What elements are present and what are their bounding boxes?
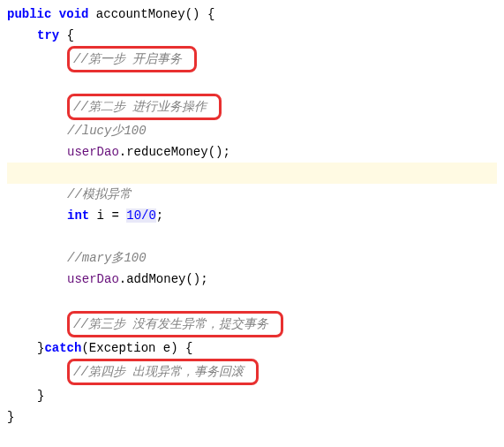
dot: . xyxy=(119,145,126,159)
code-line-int: int i = 10/0; xyxy=(7,205,497,226)
code-line-close2: } xyxy=(7,406,497,428)
parens: () xyxy=(185,7,200,21)
kw-int: int xyxy=(67,208,89,223)
code-line-comment7: //第四步 出现异常，事务回滚 xyxy=(7,359,497,385)
brace-close: } xyxy=(7,410,14,424)
code-line-comment3: //lucy少100 xyxy=(7,120,497,141)
brace-open: { xyxy=(178,341,193,355)
code-line-comment4: //模拟异常 xyxy=(7,184,497,205)
tail: (); xyxy=(185,272,207,286)
code-block: public void accountMoney() { try { //第一步… xyxy=(7,4,497,428)
comment-step4: //第四步 出现异常，事务回滚 xyxy=(73,365,244,379)
kw-catch: catch xyxy=(44,341,81,355)
code-line-comment5: //mary多100 xyxy=(7,247,497,269)
comment-step1: //第一步 开启事务 xyxy=(73,52,182,66)
var-i: i xyxy=(89,208,111,223)
ex-var: e xyxy=(155,341,170,355)
code-line-comment6: //第三步 没有发生异常，提交事务 xyxy=(7,311,497,337)
code-line-reduce: userDao.reduceMoney(); xyxy=(7,141,497,163)
tail: (); xyxy=(208,145,230,159)
comment-step3: //第三步 没有发生异常，提交事务 xyxy=(73,317,268,331)
ex-type: Exception xyxy=(89,341,156,355)
brace-open: { xyxy=(199,7,214,21)
method-add: addMoney xyxy=(126,272,185,286)
blank-line xyxy=(7,226,497,247)
blank-line xyxy=(7,290,497,311)
comment-mock: //模拟异常 xyxy=(67,187,132,201)
blank-line xyxy=(7,72,497,94)
highlight-line xyxy=(7,163,497,184)
brace-open: { xyxy=(59,28,74,42)
code-line-comment2: //第二步 进行业务操作 xyxy=(7,94,497,120)
semi: ; xyxy=(156,208,163,223)
code-line-catch: }catch(Exception e) { xyxy=(7,337,497,359)
comment-lucy: //lucy少100 xyxy=(67,124,147,138)
paren-close: ) xyxy=(170,341,177,355)
field-userdao: userDao xyxy=(67,145,119,159)
brace-close: } xyxy=(37,389,44,403)
method-reduce: reduceMoney xyxy=(126,145,207,159)
num-literal: 10/0 xyxy=(126,208,156,223)
dot: . xyxy=(119,272,126,286)
field-userdao: userDao xyxy=(67,272,119,286)
comment-step2: //第二步 进行业务操作 xyxy=(73,100,207,114)
code-line-method-decl: public void accountMoney() { xyxy=(7,4,497,25)
code-line-close1: } xyxy=(7,385,497,406)
code-line-try: try { xyxy=(7,25,497,46)
highlight-box-4: //第四步 出现异常，事务回滚 xyxy=(67,359,259,385)
highlight-box-2: //第二步 进行业务操作 xyxy=(67,94,222,120)
code-line-comment1: //第一步 开启事务 xyxy=(7,46,497,72)
code-line-add: userDao.addMoney(); xyxy=(7,269,497,290)
comment-mary: //mary多100 xyxy=(67,251,147,265)
eq: = xyxy=(111,208,126,223)
kw-void: void xyxy=(59,7,89,21)
highlight-box-3: //第三步 没有发生异常，提交事务 xyxy=(67,311,283,337)
method-name: accountMoney xyxy=(96,7,185,21)
highlight-box-1: //第一步 开启事务 xyxy=(67,46,197,72)
paren-open: ( xyxy=(81,341,88,355)
kw-try: try xyxy=(37,28,59,42)
kw-public: public xyxy=(7,7,51,21)
